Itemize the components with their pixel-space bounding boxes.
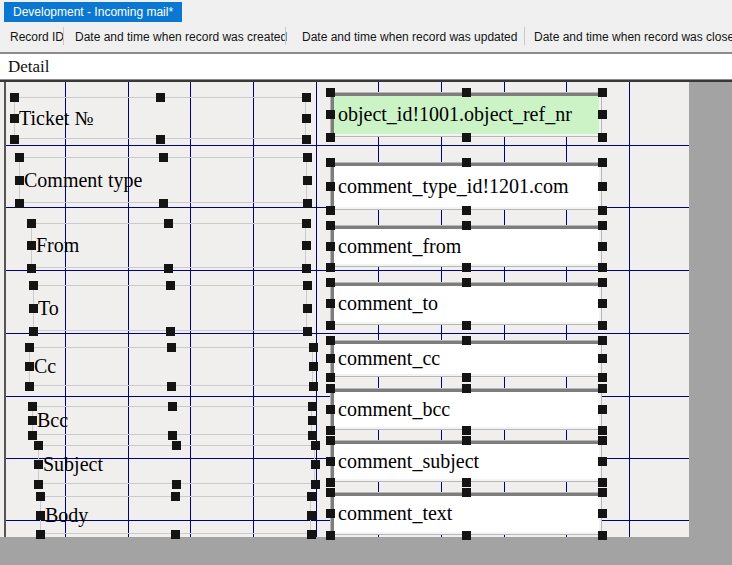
- selection-handle-bcc-field[interactable]: [326, 405, 335, 414]
- selection-handle-cc-label[interactable]: [309, 362, 318, 371]
- selection-handle-to-label[interactable]: [303, 304, 312, 313]
- selection-handle-cc-label[interactable]: [25, 362, 34, 371]
- selection-handle-subject-field[interactable]: [598, 478, 607, 487]
- selection-handle-to-field[interactable]: [598, 278, 607, 287]
- label-element-to[interactable]: To: [33, 285, 307, 331]
- selection-handle-cc-field[interactable]: [326, 373, 335, 382]
- selection-handle-body-field[interactable]: [598, 531, 607, 540]
- selection-handle-body-field[interactable]: [462, 488, 471, 497]
- selection-handle-bcc-field[interactable]: [598, 405, 607, 414]
- selection-handle-cc-label[interactable]: [309, 343, 318, 352]
- selection-handle-ticket-no-label[interactable]: [302, 135, 311, 144]
- selection-handle-subject-label[interactable]: [34, 460, 43, 469]
- label-element-ticket-no[interactable]: Ticket №: [14, 97, 306, 139]
- selection-handle-to-label[interactable]: [303, 327, 312, 336]
- selection-handle-cc-label[interactable]: [167, 382, 176, 391]
- selection-handle-body-label[interactable]: [36, 530, 45, 539]
- selection-handle-cc-field[interactable]: [598, 373, 607, 382]
- selection-handle-to-label[interactable]: [29, 281, 38, 290]
- selection-handle-ticket-no-label[interactable]: [10, 93, 19, 102]
- selection-handle-from-label[interactable]: [302, 241, 311, 250]
- selection-handle-bcc-label[interactable]: [168, 431, 177, 440]
- selection-handle-comment-type-label[interactable]: [159, 199, 168, 208]
- selection-handle-ticket-no-label[interactable]: [302, 114, 311, 123]
- selection-handle-to-label[interactable]: [29, 327, 38, 336]
- selection-handle-to-field[interactable]: [462, 321, 471, 330]
- selection-handle-ticket-no-field[interactable]: [326, 88, 335, 97]
- selection-handle-cc-field[interactable]: [326, 354, 335, 363]
- selection-handle-comment-type-field[interactable]: [598, 206, 607, 215]
- selection-handle-subject-field[interactable]: [462, 436, 471, 445]
- selection-handle-comment-type-label[interactable]: [303, 153, 312, 162]
- field-element-subject[interactable]: comment_subject: [330, 440, 602, 482]
- selection-handle-to-field[interactable]: [598, 321, 607, 330]
- selection-handle-ticket-no-field[interactable]: [326, 110, 335, 119]
- detail-band-header[interactable]: Detail: [0, 54, 732, 79]
- selection-handle-to-label[interactable]: [29, 304, 38, 313]
- field-element-cc[interactable]: comment_cc: [330, 340, 602, 377]
- field-element-comment-type[interactable]: comment_type_id!1201.com: [330, 162, 602, 210]
- selection-handle-from-label[interactable]: [302, 264, 311, 273]
- selection-handle-body-field[interactable]: [326, 531, 335, 540]
- selection-handle-comment-type-field[interactable]: [326, 158, 335, 167]
- selection-handle-cc-label[interactable]: [309, 382, 318, 391]
- selection-handle-to-field[interactable]: [598, 299, 607, 308]
- selection-handle-comment-type-label[interactable]: [15, 176, 24, 185]
- selection-handle-body-field[interactable]: [326, 509, 335, 518]
- selection-handle-body-field[interactable]: [598, 509, 607, 518]
- selection-handle-cc-label[interactable]: [25, 343, 34, 352]
- selection-handle-from-field[interactable]: [598, 221, 607, 230]
- selection-handle-subject-field[interactable]: [326, 478, 335, 487]
- selection-handle-bcc-field[interactable]: [326, 384, 335, 393]
- selection-handle-comment-type-label[interactable]: [159, 153, 168, 162]
- selection-handle-from-label[interactable]: [164, 264, 173, 273]
- selection-handle-body-field[interactable]: [598, 488, 607, 497]
- selection-handle-ticket-no-label[interactable]: [10, 114, 19, 123]
- column-header-1[interactable]: Date and time when record was created: [75, 29, 287, 45]
- selection-handle-comment-type-label[interactable]: [303, 176, 312, 185]
- selection-handle-from-label[interactable]: [302, 219, 311, 228]
- column-header-0[interactable]: Record ID: [10, 29, 64, 45]
- selection-handle-subject-field[interactable]: [326, 436, 335, 445]
- selection-handle-ticket-no-label[interactable]: [156, 93, 165, 102]
- selection-handle-cc-field[interactable]: [326, 336, 335, 345]
- label-element-cc[interactable]: Cc: [29, 347, 313, 386]
- selection-handle-from-field[interactable]: [598, 263, 607, 272]
- selection-handle-ticket-no-field[interactable]: [462, 88, 471, 97]
- selection-handle-bcc-label[interactable]: [308, 431, 317, 440]
- selection-handle-to-field[interactable]: [462, 278, 471, 287]
- selection-handle-body-field[interactable]: [462, 531, 471, 540]
- label-element-body[interactable]: Body: [40, 496, 311, 534]
- selection-handle-bcc-label[interactable]: [28, 431, 37, 440]
- selection-handle-bcc-label[interactable]: [308, 416, 317, 425]
- selection-handle-from-field[interactable]: [598, 242, 607, 251]
- selection-handle-bcc-field[interactable]: [598, 426, 607, 435]
- field-element-bcc[interactable]: comment_bcc: [330, 388, 602, 430]
- selection-handle-ticket-no-label[interactable]: [302, 93, 311, 102]
- selection-handle-subject-label[interactable]: [311, 480, 320, 489]
- selection-handle-from-field[interactable]: [326, 221, 335, 230]
- selection-handle-ticket-no-field[interactable]: [326, 133, 335, 142]
- selection-handle-body-label[interactable]: [36, 511, 45, 520]
- selection-handle-body-label[interactable]: [307, 511, 316, 520]
- selection-handle-bcc-field[interactable]: [598, 384, 607, 393]
- selection-handle-body-label[interactable]: [171, 530, 180, 539]
- selection-handle-bcc-field[interactable]: [462, 426, 471, 435]
- field-element-ticket-no[interactable]: object_id!1001.object_ref_nr: [330, 92, 602, 137]
- selection-handle-comment-type-field[interactable]: [462, 158, 471, 167]
- selection-handle-subject-label[interactable]: [311, 460, 320, 469]
- field-element-to[interactable]: comment_to: [330, 282, 602, 325]
- column-header-2[interactable]: Date and time when record was updated: [302, 29, 517, 45]
- selection-handle-comment-type-field[interactable]: [462, 206, 471, 215]
- selection-handle-comment-type-label[interactable]: [303, 199, 312, 208]
- selection-handle-comment-type-label[interactable]: [15, 153, 24, 162]
- selection-handle-body-label[interactable]: [171, 492, 180, 501]
- selection-handle-subject-label[interactable]: [311, 441, 320, 450]
- field-element-from[interactable]: comment_from: [330, 225, 602, 267]
- selection-handle-ticket-no-field[interactable]: [462, 133, 471, 142]
- selection-handle-body-field[interactable]: [326, 488, 335, 497]
- selection-handle-subject-field[interactable]: [462, 478, 471, 487]
- selection-handle-subject-label[interactable]: [172, 441, 181, 450]
- selection-handle-ticket-no-label[interactable]: [10, 135, 19, 144]
- selection-handle-from-label[interactable]: [27, 241, 36, 250]
